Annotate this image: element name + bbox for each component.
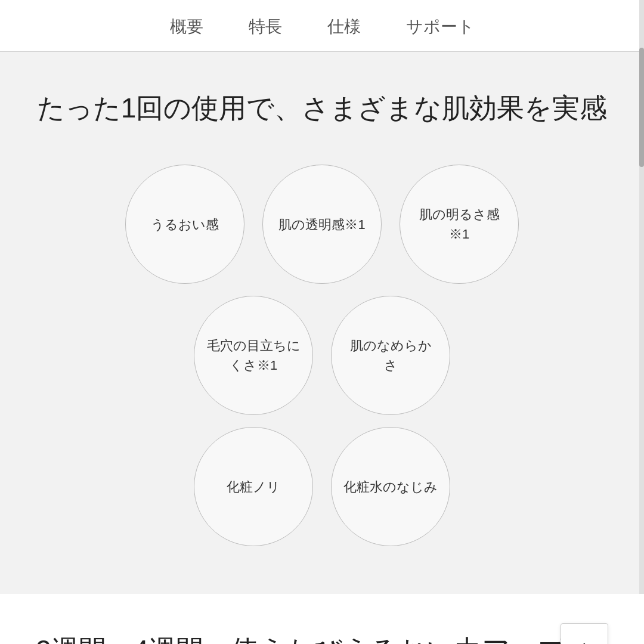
circle-transparency: 肌の透明感※1 (262, 165, 382, 284)
nav-item-specs[interactable]: 仕様 (323, 13, 366, 41)
phone-container: 概要 特長 仕様 サポート たった1回の使用で、さまざまな肌効果を実感 うるおい… (0, 0, 644, 644)
circles-container: うるおい感 肌の透明感※1 肌の明るさ感※1 毛穴の目立ちにくさ※1 肌のなめら… (36, 165, 608, 546)
nav-item-features[interactable]: 特長 (244, 13, 287, 41)
circles-row-2: 毛穴の目立ちにくさ※1 肌のなめらかさ (194, 296, 450, 415)
circle-lotion-absorption: 化粧水のなじみ (331, 427, 450, 546)
nav-item-overview[interactable]: 概要 (165, 13, 208, 41)
circles-row-3: 化粧ノリ 化粧水のなじみ (194, 427, 450, 546)
bottom-section: 2週間、4週間、使うたびうるおい力アップ ↑ (0, 594, 644, 644)
bottom-headline: 2週間、4週間、使うたびうるおい力アップ (36, 630, 608, 644)
circle-brightness: 肌の明るさ感※1 (400, 165, 519, 284)
main-content: たった1回の使用で、さまざまな肌効果を実感 うるおい感 肌の透明感※1 肌の明る… (0, 52, 644, 644)
scroll-top-button[interactable]: ↑ (561, 623, 608, 644)
circle-smoothness: 肌のなめらかさ (331, 296, 450, 415)
nav-bar: 概要 特長 仕様 サポート (0, 0, 644, 52)
main-headline: たった1回の使用で、さまざまな肌効果を実感 (36, 88, 608, 129)
circle-pores: 毛穴の目立ちにくさ※1 (194, 296, 313, 415)
circle-moisture: うるおい感 (125, 165, 244, 284)
circle-makeup-adhesion: 化粧ノリ (194, 427, 313, 546)
nav-item-support[interactable]: サポート (401, 13, 479, 41)
circles-row-1: うるおい感 肌の透明感※1 肌の明るさ感※1 (125, 165, 519, 284)
